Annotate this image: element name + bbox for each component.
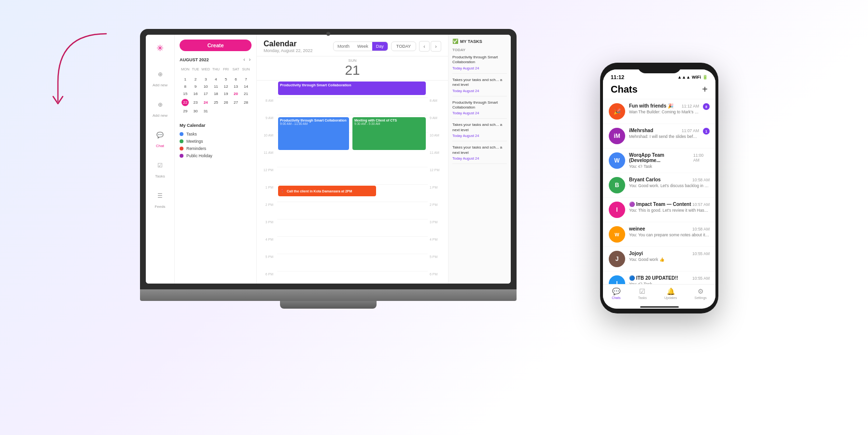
calendar-subtitle: Monday, August 22, 2022 (264, 48, 312, 53)
cal-cell[interactable] (191, 73, 200, 75)
cal-cell[interactable]: 7 (241, 76, 251, 82)
chat-avatar-2: iM (609, 128, 625, 144)
event-productivity-allday[interactable]: Productivity through Smart Collaboration (278, 82, 426, 95)
event-client-meeting[interactable]: Meeting with Client of CTS 9:30 AM - 5:3… (352, 117, 426, 150)
task-item-1[interactable]: Productivity through Smart Collaboration… (452, 55, 507, 74)
cal-cell[interactable]: 26 (222, 98, 230, 107)
mini-cal-nav[interactable]: ‹ › (242, 57, 252, 62)
rtime-label-4pm: 4 PM (428, 238, 437, 241)
cal-cell[interactable]: 12 (222, 83, 230, 90)
legend-meetings: Meetings (180, 139, 252, 144)
chat-info-8: 🔵 ITB 20 UPDATED!! 10:55 AM You: 🏷 Task (629, 275, 710, 284)
cal-cell[interactable]: 17 (201, 91, 210, 97)
event-call-client[interactable]: 📍 Call the client in Kota Damansara at 2… (278, 186, 376, 196)
cal-cell[interactable]: 8 (181, 83, 190, 90)
cal-cell[interactable] (241, 73, 251, 75)
cal-cell[interactable]: 10 (201, 83, 210, 90)
cal-cell[interactable]: 14 (241, 83, 251, 90)
cal-cell[interactable] (211, 73, 221, 75)
event-productivity-meeting[interactable]: Productivity through Smart Collaboration… (278, 117, 349, 150)
cal-cell[interactable]: 20 (231, 91, 240, 97)
rtime-spacer (428, 81, 448, 98)
mini-cal-prev[interactable]: ‹ (242, 57, 246, 62)
cal-cell[interactable]: 29 (181, 108, 190, 114)
cal-cell[interactable]: 9 (191, 83, 200, 90)
task-item-4[interactable]: Takes your tasks and sch... a next level… (452, 122, 507, 141)
cal-cell[interactable]: 16 (191, 91, 200, 97)
cal-cell[interactable] (211, 108, 221, 114)
task-item-5[interactable]: Takes your tasks and sch... a next level… (452, 145, 507, 164)
add-chat-button[interactable]: + (702, 84, 708, 95)
mini-cal-next[interactable]: › (248, 57, 252, 62)
add-new-icon-1[interactable]: ⊕ (153, 67, 168, 82)
cal-cell[interactable] (241, 108, 251, 114)
cal-cell[interactable]: 3 (201, 76, 210, 82)
chat-badge-2: 1 (703, 128, 710, 135)
sidebar-tasks[interactable]: ☑ Tasks (153, 155, 168, 181)
cal-cell[interactable] (181, 73, 190, 75)
create-button[interactable]: Create (180, 40, 252, 51)
cal-cell[interactable]: 23 (191, 98, 200, 107)
cal-cell[interactable]: 2 (191, 76, 200, 82)
sidebar-feeds[interactable]: ☰ Feeds (153, 185, 168, 212)
cal-cell-today[interactable]: 22 (181, 98, 190, 107)
cal-cell[interactable]: 27 (231, 98, 240, 107)
today-button[interactable]: TODAY (391, 41, 416, 51)
cal-cell[interactable]: 25 (211, 98, 221, 107)
cal-cell[interactable]: 31 (201, 108, 210, 114)
chat-item-4[interactable]: B Bryant Carlos 10:58 AM You: Good work.… (603, 173, 715, 198)
cal-cell[interactable]: 6 (231, 76, 240, 82)
cal-cell[interactable]: 11 (211, 83, 221, 90)
cal-cell[interactable]: 1 (181, 76, 190, 82)
cal-cell[interactable]: 21 (241, 91, 251, 97)
cal-cell[interactable] (231, 73, 240, 75)
sidebar-add-new-1[interactable]: ⊕ Add new (153, 64, 168, 90)
view-btn-group[interactable]: Month Week Day (333, 41, 388, 51)
battery-icon: 🔋 (702, 75, 708, 80)
view-day-btn[interactable]: Day (372, 42, 388, 51)
chat-item-5[interactable]: I 🟣 Impact Team — Content 10:57 AM You: … (603, 198, 715, 222)
cal-cell[interactable] (222, 108, 230, 114)
laptop-base (140, 289, 517, 301)
nav-next-btn[interactable]: › (431, 41, 441, 52)
nav-prev-btn[interactable]: ‹ (419, 41, 430, 52)
view-week-btn[interactable]: Week (353, 42, 372, 51)
cal-cell[interactable]: 5 (222, 76, 230, 82)
phone-nav-chats[interactable]: 💬 Chats (612, 287, 620, 299)
chats-nav-icon: 💬 (612, 287, 620, 295)
day-header-sun: SUN (241, 66, 251, 72)
feeds-icon[interactable]: ☰ (153, 188, 168, 204)
cal-cell[interactable]: 30 (191, 108, 200, 114)
chat-item-8[interactable]: I 🔵 ITB 20 UPDATED!! 10:55 AM You: 🏷 Tas… (603, 272, 715, 284)
add-new-icon-2[interactable]: ⊕ (153, 97, 168, 112)
nav-arrows[interactable]: ‹ › (419, 41, 441, 52)
cal-cell[interactable]: 4 (211, 76, 221, 82)
cal-cell[interactable]: 15 (181, 91, 190, 97)
cal-cell[interactable]: 28 (241, 98, 251, 107)
phone-nav-updates[interactable]: 🔔 Updates (664, 287, 677, 299)
time-5pm: 5 PM (257, 254, 277, 272)
cal-cell[interactable] (222, 73, 230, 75)
sidebar-add-new-2[interactable]: ⊕ Add new (153, 94, 168, 121)
task-item-3[interactable]: Productivity through Smart Collaboration… (452, 100, 507, 119)
chat-item-7[interactable]: J Jojoyi 10:55 AM You: Good work 👍 (603, 247, 715, 272)
cal-cell[interactable]: 24 (201, 98, 210, 107)
chat-item-2[interactable]: iM iMehrshad 11:07 AM Mehrshad: I will s… (603, 124, 715, 149)
phone-device: 11:12 ▲▲▲ WiFi 🔋 Chats + 🎉 Fun w (600, 63, 718, 313)
cal-cell[interactable] (201, 73, 210, 75)
cal-cell[interactable]: 19 (222, 91, 230, 97)
cal-cell[interactable] (231, 108, 240, 114)
phone-nav-settings[interactable]: ⚙ Settings (694, 287, 706, 299)
chat-item-6[interactable]: w weinee 10:58 AM You: You can prepare s… (603, 222, 715, 247)
chat-item-3[interactable]: W WorqApp Team (Developme... 11:00 AM Yo… (603, 149, 715, 173)
sidebar-chat[interactable]: 💬 Chat (153, 124, 168, 151)
time-2pm: 2 PM (257, 202, 277, 219)
chat-item-1[interactable]: 🎉 Fun with friends 🎉 11:12 AM Wan The Bu… (603, 99, 715, 124)
chat-icon[interactable]: 💬 (153, 127, 168, 143)
task-item-2[interactable]: Takes your tasks and sch... a next level… (452, 78, 507, 96)
phone-nav-tasks[interactable]: ☑ Tasks (638, 287, 647, 299)
cal-cell[interactable]: 13 (231, 83, 240, 90)
cal-cell[interactable]: 18 (211, 91, 221, 97)
tasks-icon[interactable]: ☑ (153, 158, 168, 173)
view-month-btn[interactable]: Month (334, 42, 353, 51)
